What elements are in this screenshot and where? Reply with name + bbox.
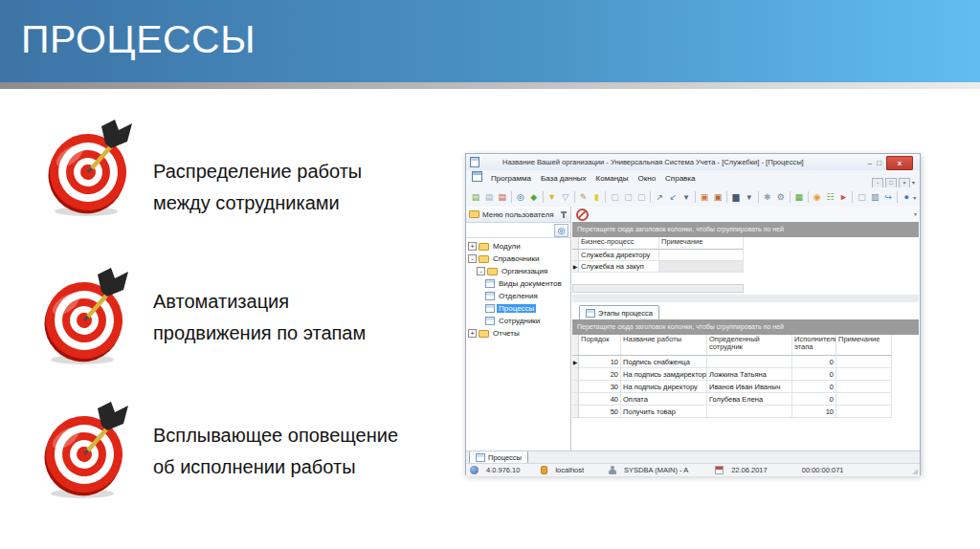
table-cell[interactable] xyxy=(659,250,744,261)
reports-icon[interactable]: ▦ xyxy=(792,190,806,205)
tree-item-4[interactable]: Виды документов xyxy=(466,277,570,290)
search-icon[interactable]: ◎ xyxy=(554,224,568,237)
send-icon[interactable]: ↪ xyxy=(881,190,895,205)
tree-item-8[interactable]: +Отчеты xyxy=(466,327,570,340)
table-cell[interactable]: Подпись снабженца xyxy=(621,356,707,368)
info-icon[interactable]: ● xyxy=(900,190,913,205)
table-row[interactable]: 20На подпись замдиректораЛожкина Татьяна… xyxy=(572,368,892,381)
table-cell[interactable]: 0 xyxy=(792,393,836,406)
table-cell[interactable]: 20 xyxy=(579,368,621,381)
table-row[interactable]: ▶Служебка на закуп xyxy=(572,261,744,273)
table-cell[interactable]: На подпись замдиректора xyxy=(621,368,707,381)
table-cell[interactable]: 10 xyxy=(792,406,836,418)
column-header[interactable]: Исполнитель этапа xyxy=(792,335,836,356)
tree-item-2[interactable]: -Справочники xyxy=(466,253,570,265)
table-row[interactable]: Служебка директору xyxy=(572,250,744,261)
menu-item-3[interactable]: Команды xyxy=(591,170,634,187)
service-icon[interactable]: ✱ xyxy=(761,190,774,205)
table-cell[interactable]: Служебка на закуп xyxy=(579,261,659,273)
grid-view-icon[interactable]: ▢ xyxy=(621,190,635,205)
table-cell[interactable]: Иванов Иван Иваныч xyxy=(707,381,792,393)
close-button[interactable]: x xyxy=(886,156,913,170)
table-cell[interactable] xyxy=(836,356,892,368)
table-cell[interactable]: Оплата xyxy=(621,393,707,406)
table-cell[interactable]: 0 xyxy=(792,381,836,393)
pane-splitter[interactable] xyxy=(572,295,919,302)
table-cell[interactable] xyxy=(707,356,792,368)
minimize-button[interactable]: – xyxy=(868,159,872,167)
tree-item-1[interactable]: +Модули xyxy=(466,240,570,253)
import-menu-caret-icon[interactable]: ▾ xyxy=(679,190,693,205)
stop-icon[interactable] xyxy=(576,209,589,221)
clone-record-icon[interactable]: ▤ xyxy=(482,190,496,205)
table-cell[interactable] xyxy=(836,381,892,393)
column-header[interactable]: Определенный сотрудник xyxy=(707,335,792,356)
form-view-icon[interactable]: ▢ xyxy=(635,190,648,205)
menu-item-1[interactable]: Программа xyxy=(486,170,536,187)
mdi-restore-button[interactable]: □ xyxy=(885,178,897,188)
tree-item-3[interactable]: -Организация xyxy=(466,265,570,277)
mdi-minimize-button[interactable]: - xyxy=(872,178,883,188)
collapse-icon[interactable]: - xyxy=(477,267,485,275)
table-cell[interactable] xyxy=(836,368,892,381)
table-cell[interactable]: Голубева Елена xyxy=(707,393,792,406)
history-icon[interactable]: ▆ xyxy=(729,190,743,205)
table-cell[interactable]: 0 xyxy=(792,356,836,368)
menu-item-4[interactable]: Окно xyxy=(633,170,660,187)
table-cell[interactable]: 40 xyxy=(579,393,621,406)
cards-view-icon[interactable]: ▢ xyxy=(608,190,621,205)
column-header[interactable]: Название работы xyxy=(621,335,707,356)
refresh-icon[interactable]: ◆ xyxy=(527,190,541,205)
table-cell[interactable]: 50 xyxy=(579,406,621,418)
import-icon[interactable]: ↙ xyxy=(666,190,679,205)
mdi-close-button[interactable]: × xyxy=(899,178,910,188)
expand-icon[interactable]: + xyxy=(468,242,477,251)
tree-item-6[interactable]: Процессы xyxy=(466,302,570,315)
maximize-button[interactable]: □ xyxy=(877,159,881,167)
open-form-new-icon[interactable]: ▣ xyxy=(711,190,724,205)
table-cell[interactable] xyxy=(659,261,744,273)
table-cell[interactable]: Ложкина Татьяна xyxy=(707,368,792,381)
table-cell[interactable]: 30 xyxy=(579,381,621,393)
chevron-down-icon[interactable]: ▾ xyxy=(914,210,917,217)
note-icon[interactable]: ▮ xyxy=(590,190,604,205)
export-icon[interactable]: ↗ xyxy=(653,190,666,205)
filter-icon[interactable]: ▼ xyxy=(546,190,559,205)
history-caret-icon[interactable]: ▾ xyxy=(743,190,756,205)
table-row[interactable]: ▶10Подпись снабженца0 xyxy=(572,356,892,368)
toolbar-overflow-icon[interactable]: ▾ xyxy=(913,194,916,201)
column-header[interactable]: Примечание xyxy=(659,237,744,250)
tab-stages[interactable]: Этапы процесса xyxy=(579,305,659,319)
pin-icon[interactable] xyxy=(560,210,568,218)
table-cell[interactable] xyxy=(707,406,792,418)
tree-item-5[interactable]: Отделения xyxy=(466,290,570,302)
menu-item-5[interactable]: Справка xyxy=(660,170,700,187)
edit-icon[interactable]: ✎ xyxy=(577,190,590,205)
table-cell[interactable] xyxy=(836,393,892,406)
table-row[interactable]: 50Получить товар10 xyxy=(572,406,892,418)
search-input[interactable] xyxy=(468,225,552,235)
clear-filter-icon[interactable]: ▽ xyxy=(559,190,572,205)
delete-record-icon[interactable]: ▤ xyxy=(496,190,509,205)
column-header[interactable]: Бизнес-процесс xyxy=(579,237,659,250)
table-cell[interactable]: На подпись директору xyxy=(621,381,707,393)
expand-icon[interactable]: + xyxy=(468,329,477,338)
table-cell[interactable]: 10 xyxy=(579,356,621,368)
settings-gear-icon[interactable]: ⚙ xyxy=(774,190,788,205)
window-icon[interactable]: ▢ xyxy=(855,190,868,205)
print-icon[interactable]: ▥ xyxy=(868,190,881,205)
assign-icon[interactable]: ► xyxy=(837,190,851,205)
table-cell[interactable]: 0 xyxy=(792,368,836,381)
table-cell[interactable]: Получить товар xyxy=(621,406,707,418)
tree-item-7[interactable]: Сотрудники xyxy=(466,315,570,327)
search-icon[interactable]: ◎ xyxy=(514,190,527,205)
menu-item-2[interactable]: База данных xyxy=(536,170,591,187)
collapse-icon[interactable]: - xyxy=(468,254,477,263)
table-row[interactable]: 30На подпись директоруИванов Иван Иваныч… xyxy=(572,381,892,393)
column-header[interactable]: Примечание xyxy=(836,335,892,356)
table-cell[interactable]: Служебка директору xyxy=(579,250,659,261)
users-icon[interactable]: ☷ xyxy=(824,190,837,205)
resize-grip-icon[interactable] xyxy=(912,469,918,474)
table-row[interactable]: 40ОплатаГолубева Елена0 xyxy=(572,393,892,406)
lock-icon[interactable]: ◉ xyxy=(811,190,824,205)
